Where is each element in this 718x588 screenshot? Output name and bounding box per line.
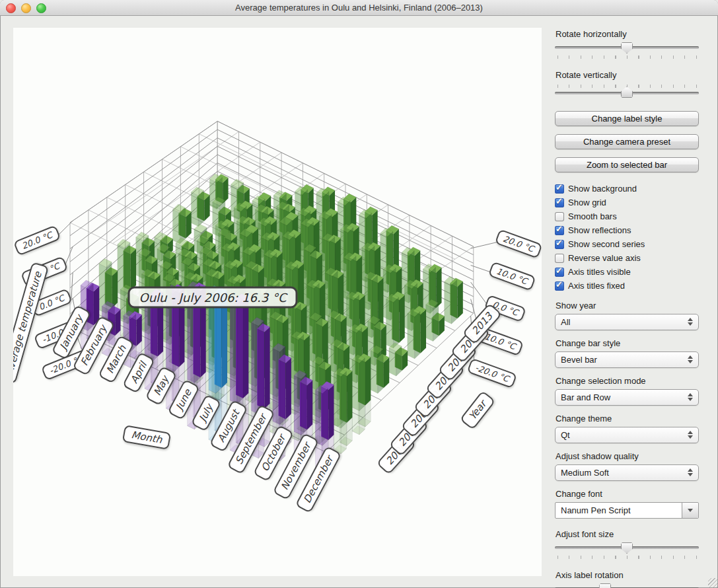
checkbox-label: Show second series bbox=[568, 239, 645, 249]
checkbox-axis-titles-fixed[interactable]: Axis titles fixed bbox=[555, 279, 699, 293]
select-value: Bevel bar bbox=[561, 355, 597, 365]
change-camera-preset-button[interactable]: Change camera preset bbox=[555, 134, 699, 149]
selection-mode-select[interactable]: Bar and Row bbox=[555, 389, 699, 406]
updown-arrows-icon bbox=[688, 468, 693, 476]
theme-select[interactable]: Qt bbox=[555, 427, 699, 443]
updown-arrows-icon bbox=[688, 393, 693, 401]
change-theme-label: Change theme bbox=[556, 414, 699, 424]
checkbox-box[interactable] bbox=[555, 184, 564, 194]
adjust-font-size-label: Adjust font size bbox=[556, 529, 699, 540]
font-combobox[interactable]: Nanum Pen Script bbox=[555, 502, 699, 519]
show-year-label: Show year bbox=[556, 301, 699, 311]
close-button[interactable] bbox=[6, 3, 16, 13]
checkbox-box[interactable] bbox=[555, 212, 564, 221]
change-selection-mode-label: Change selection mode bbox=[556, 376, 699, 386]
select-value: Bar and Row bbox=[561, 392, 610, 402]
change-bar-style-label: Change bar style bbox=[556, 338, 699, 349]
window-title: Average temperatures in Oulu and Helsink… bbox=[235, 3, 483, 13]
slider-handle[interactable] bbox=[621, 542, 633, 554]
checkbox-label: Reverse value axis bbox=[568, 253, 641, 263]
checkbox-box[interactable] bbox=[555, 240, 564, 249]
checkbox-label: Show background bbox=[568, 184, 637, 194]
bar-graph-3d[interactable]: -20.0 °C-20.0 °C-10.0 °C-10.0 °C0.0 °C0.… bbox=[13, 28, 542, 576]
checkbox-show-reflections[interactable]: Show reflections bbox=[555, 223, 699, 237]
show-year-select[interactable]: All bbox=[555, 314, 699, 330]
checkbox-label: Show grid bbox=[568, 198, 606, 207]
checkbox-label: Show reflections bbox=[568, 225, 631, 235]
zoom-to-selected-bar-button[interactable]: Zoom to selected bar bbox=[555, 157, 699, 172]
axis-label-rotation-label: Axis label rotation bbox=[556, 570, 699, 581]
checkbox-box[interactable] bbox=[555, 281, 564, 291]
rotate-horizontally-slider[interactable] bbox=[555, 42, 699, 62]
font-size-slider[interactable] bbox=[555, 542, 699, 562]
title-bar[interactable]: Average temperatures in Oulu and Helsink… bbox=[0, 0, 718, 16]
adjust-shadow-quality-label: Adjust shadow quality bbox=[556, 451, 699, 462]
checkbox-axis-titles-visible[interactable]: Axis titles visible bbox=[555, 265, 699, 279]
zoom-button[interactable] bbox=[36, 3, 46, 13]
resize-grip[interactable] bbox=[708, 578, 717, 587]
rotate-vertically-slider[interactable] bbox=[555, 83, 699, 103]
checkbox-reverse-value-axis[interactable]: Reverse value axis bbox=[555, 251, 699, 265]
selection-tooltip: Oulu - July 2006: 16.3 °C bbox=[128, 287, 298, 309]
checkbox-show-background[interactable]: Show background bbox=[555, 182, 699, 196]
dropdown-arrow-button[interactable] bbox=[682, 503, 698, 518]
slider-handle[interactable] bbox=[621, 42, 633, 54]
checkbox-box[interactable] bbox=[555, 254, 564, 263]
checkbox-smooth-bars[interactable]: Smooth bars bbox=[555, 209, 699, 223]
slider-handle[interactable] bbox=[621, 87, 633, 98]
slider-ticks bbox=[557, 556, 699, 559]
rotate-vertically-label: Rotate vertically bbox=[556, 70, 699, 81]
bar-style-select[interactable]: Bevel bar bbox=[555, 351, 699, 368]
slider-ticks bbox=[557, 85, 699, 88]
dropdown-arrow-icon bbox=[688, 509, 693, 512]
slider-ticks bbox=[557, 55, 699, 59]
checkbox-box[interactable] bbox=[555, 268, 564, 277]
app-window: Average temperatures in Oulu and Helsink… bbox=[0, 0, 718, 588]
select-value: Medium Soft bbox=[561, 468, 609, 478]
checkbox-label: Smooth bars bbox=[568, 211, 617, 221]
checkbox-show-second-series[interactable]: Show second series bbox=[555, 237, 699, 251]
checkbox-label: Axis titles fixed bbox=[568, 281, 625, 291]
shadow-quality-select[interactable]: Medium Soft bbox=[555, 464, 699, 481]
minimize-button[interactable] bbox=[21, 3, 31, 13]
updown-arrows-icon bbox=[688, 431, 693, 439]
slider-handle[interactable] bbox=[599, 583, 611, 588]
rotate-horizontally-label: Rotate horizontally bbox=[556, 29, 699, 40]
select-value: Qt bbox=[561, 430, 570, 440]
font-combobox-value: Nanum Pen Script bbox=[561, 505, 631, 515]
change-label-style-button[interactable]: Change label style bbox=[555, 111, 699, 126]
updown-arrows-icon bbox=[688, 355, 693, 363]
checkbox-box[interactable] bbox=[555, 226, 564, 235]
control-panel: Rotate horizontally Rotate vertically Ch… bbox=[555, 29, 699, 588]
checkbox-box[interactable] bbox=[555, 198, 564, 207]
select-value: All bbox=[561, 317, 570, 327]
checkbox-label: Axis titles visible bbox=[568, 267, 631, 277]
axis-label-rotation-slider[interactable] bbox=[555, 583, 699, 588]
updown-arrows-icon bbox=[688, 318, 693, 326]
change-font-label: Change font bbox=[556, 489, 699, 499]
checkbox-show-grid[interactable]: Show grid bbox=[555, 196, 699, 209]
checkbox-list: Show background Show grid Smooth bars Sh… bbox=[555, 182, 699, 293]
